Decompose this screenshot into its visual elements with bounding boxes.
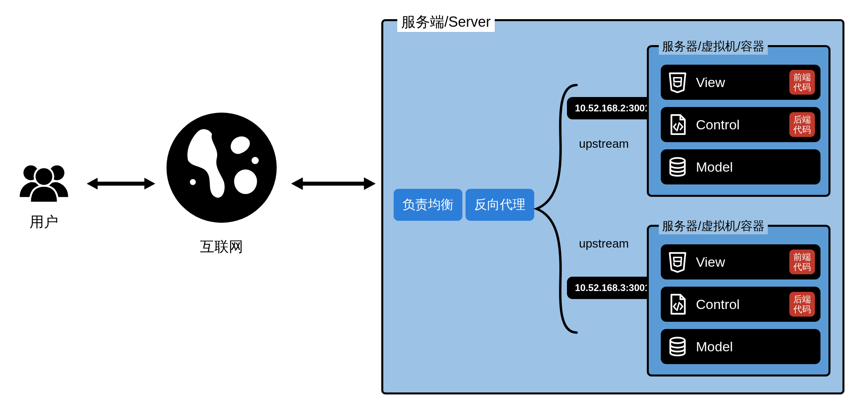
server-box-title: 服务端/Server xyxy=(397,12,495,32)
arrow-user-internet xyxy=(87,176,155,192)
users-label: 用户 xyxy=(12,212,76,232)
globe-icon xyxy=(162,108,281,228)
vm2-view-label: View xyxy=(696,254,789,270)
vm2-control-badge: 后端 代码 xyxy=(789,292,815,317)
vm2-view-badge: 前端 代码 xyxy=(789,250,815,275)
vm1-view-label: View xyxy=(696,75,789,90)
vm2-model-label: Model xyxy=(696,339,815,355)
svg-point-7 xyxy=(252,157,259,164)
code-file-icon xyxy=(666,293,689,315)
svg-marker-10 xyxy=(291,178,303,190)
vm2-control-row: Control 后端 代码 xyxy=(661,287,820,322)
svg-marker-11 xyxy=(364,178,375,190)
svg-point-6 xyxy=(166,113,277,223)
vm1-view-badge: 前端 代码 xyxy=(789,70,815,95)
vm1-control-row: Control 后端 代码 xyxy=(661,107,820,142)
vm1-model-label: Model xyxy=(696,159,815,175)
svg-marker-4 xyxy=(87,178,97,189)
arrow-internet-server xyxy=(291,176,375,192)
vm1-control-label: Control xyxy=(696,117,789,133)
vm-box-2-title: 服务器/虚拟机/容器 xyxy=(659,218,768,234)
vm-box-1-title: 服务器/虚拟机/容器 xyxy=(659,38,768,55)
upstream-2-label: upstream xyxy=(579,237,629,250)
code-file-icon xyxy=(666,113,689,136)
upstream-2-ip: 10.52.168.3:3001 xyxy=(567,277,658,299)
vm1-control-badge: 后端 代码 xyxy=(789,112,815,137)
svg-point-8 xyxy=(190,179,196,185)
upstream-1-label: upstream xyxy=(579,137,629,151)
vm2-model-row: Model xyxy=(661,329,820,364)
vm1-view-row: View 前端 代码 xyxy=(661,65,820,100)
load-balance-pill: 负责均衡 xyxy=(394,189,462,221)
internet-label: 互联网 xyxy=(156,237,287,257)
vm2-view-row: View 前端 代码 xyxy=(661,244,820,279)
svg-marker-5 xyxy=(145,178,155,189)
users-node: 用户 xyxy=(12,160,76,232)
upstream-1-ip: 10.52.168.2:3001 xyxy=(567,97,658,119)
html5-icon xyxy=(666,71,689,93)
database-icon xyxy=(666,335,689,358)
svg-point-13 xyxy=(670,338,685,343)
vm2-control-label: Control xyxy=(696,297,789,312)
vm-box-1: 服务器/虚拟机/容器 View 前端 代码 Control 后端 代码 xyxy=(647,45,830,197)
users-icon xyxy=(16,160,72,204)
reverse-proxy-pill: 反向代理 xyxy=(466,189,534,221)
svg-point-2 xyxy=(35,167,54,186)
internet-node: 互联网 xyxy=(156,108,287,257)
database-icon xyxy=(666,156,689,178)
server-box: 服务端/Server 负责均衡 反向代理 10.52.168.2:3001 up… xyxy=(381,19,844,394)
vm1-model-row: Model xyxy=(661,149,820,184)
html5-icon xyxy=(666,251,689,273)
vm-box-2: 服务器/虚拟机/容器 View 前端 代码 Control 后端 代码 xyxy=(647,225,830,376)
svg-point-12 xyxy=(670,158,685,164)
